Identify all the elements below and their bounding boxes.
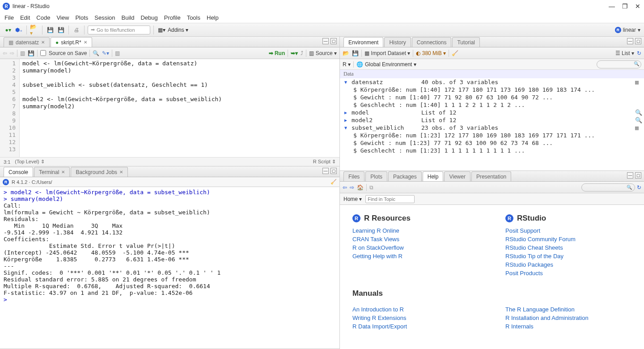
env-row[interactable]: $ Gewicht : num [1:23] 77 71 92 63 100 9… bbox=[340, 139, 644, 147]
menu-session[interactable]: Session bbox=[94, 14, 115, 21]
link-cheatsheets[interactable]: RStudio Cheat Sheets bbox=[505, 244, 631, 251]
tab-terminal[interactable]: Terminal✕ bbox=[34, 167, 70, 177]
maximize-pane-icon[interactable]: ▢ bbox=[635, 172, 641, 179]
goto-file-input[interactable]: ➡Go to file/function bbox=[88, 26, 150, 34]
tab-packages[interactable]: Packages bbox=[388, 171, 422, 181]
menu-view[interactable]: View bbox=[56, 14, 69, 21]
back-icon[interactable]: ⇦ bbox=[3, 50, 7, 56]
show-in-new-icon[interactable]: ▥ bbox=[20, 50, 25, 56]
load-icon[interactable]: 📂 bbox=[343, 50, 349, 56]
env-row[interactable]: $ Geschlecht : num [1:23] 1 1 1 1 1 1 1 … bbox=[340, 147, 644, 154]
import-dataset-button[interactable]: ▦ Import Dataset ▾ bbox=[364, 50, 410, 56]
print-icon[interactable]: 🖨 bbox=[72, 26, 81, 34]
broom-icon[interactable]: 🧹 bbox=[452, 50, 458, 56]
env-row[interactable]: $ Geschlecht : num [1:40] 1 1 1 2 2 1 1 … bbox=[340, 101, 644, 109]
go-up-icon[interactable]: ⤴ bbox=[301, 50, 303, 56]
help-search-input[interactable]: 🔍 bbox=[581, 183, 635, 192]
tab-datensatz[interactable]: ▦ datensatz ✕ bbox=[4, 37, 50, 47]
r-engine-selector[interactable]: R ▾ bbox=[343, 61, 351, 68]
home-icon[interactable]: 🏠 bbox=[357, 184, 364, 191]
source-button[interactable]: ▥ Source ▾ bbox=[309, 50, 337, 56]
tab-tutorial[interactable]: Tutorial bbox=[452, 37, 480, 47]
popout-icon[interactable]: ⧉ bbox=[369, 184, 373, 191]
link-getting-help[interactable]: Getting Help with R bbox=[352, 253, 479, 260]
broom-icon[interactable]: 🧹 bbox=[330, 179, 337, 185]
help-home-link[interactable]: Home ▾ bbox=[343, 196, 362, 202]
env-row[interactable]: ▶model2List of 12🔍 bbox=[340, 116, 644, 124]
link-data-import[interactable]: R Data Import/Export bbox=[352, 323, 479, 330]
link-community[interactable]: RStudio Community Forum bbox=[505, 236, 631, 243]
file-type-label[interactable]: R Script ⇕ bbox=[313, 159, 336, 165]
refresh-icon[interactable]: ↻ bbox=[637, 184, 641, 191]
minimize-button[interactable]: — bbox=[609, 3, 615, 10]
back-icon[interactable]: ⇦ bbox=[343, 184, 347, 191]
link-packages[interactable]: RStudio Packages bbox=[505, 261, 631, 268]
env-row[interactable]: ▼datensatz40 obs. of 3 variables▦ bbox=[340, 78, 644, 86]
memory-indicator[interactable]: ◐ 380 MiB ▾ bbox=[416, 50, 446, 56]
env-row[interactable]: $ Körpergröße: num [1:23] 172 177 180 16… bbox=[340, 132, 644, 139]
addins-menu[interactable]: Addins ▾ bbox=[168, 27, 188, 33]
tab-presentation[interactable]: Presentation bbox=[471, 171, 511, 181]
menu-debug[interactable]: Debug bbox=[140, 14, 157, 21]
link-posit-products[interactable]: Posit Products bbox=[505, 270, 631, 277]
close-tab-icon[interactable]: ✕ bbox=[41, 40, 45, 45]
magnify-icon[interactable]: 🔍 bbox=[635, 117, 641, 123]
notebook-icon[interactable]: ▥ bbox=[115, 50, 120, 56]
save-icon[interactable]: 💾 bbox=[352, 50, 359, 56]
tab-connections[interactable]: Connections bbox=[412, 37, 452, 47]
new-project-icon[interactable]: ⬢₊ bbox=[14, 26, 23, 34]
menu-edit[interactable]: Edit bbox=[20, 14, 30, 21]
link-cran-task[interactable]: CRAN Task Views bbox=[352, 236, 479, 243]
grid-icon[interactable]: ▦▾ bbox=[157, 26, 166, 34]
env-row[interactable]: ▶modelList of 12🔍 bbox=[340, 109, 644, 116]
find-icon[interactable]: 🔍 bbox=[93, 50, 99, 56]
new-file-icon[interactable]: ●▾ bbox=[4, 26, 13, 34]
minimize-pane-icon[interactable]: — bbox=[322, 38, 329, 44]
menu-profile[interactable]: Profile bbox=[164, 14, 181, 21]
rerun-icon[interactable]: ➥▾ bbox=[291, 50, 298, 56]
scope-selector[interactable]: 🌐Global Environment ▾ bbox=[356, 61, 416, 68]
link-writing-ext[interactable]: Writing R Extensions bbox=[352, 315, 479, 321]
minimize-pane-icon[interactable]: — bbox=[627, 172, 633, 179]
tab-help[interactable]: Help bbox=[423, 171, 444, 181]
tab-plots[interactable]: Plots bbox=[365, 171, 387, 181]
env-row[interactable]: $ Körpergröße: num [1:40] 172 177 180 17… bbox=[340, 86, 644, 94]
expand-icon[interactable]: ▶ bbox=[343, 118, 349, 123]
link-tip[interactable]: RStudio Tip of the Day bbox=[505, 253, 631, 260]
tab-viewer[interactable]: Viewer bbox=[444, 171, 470, 181]
menu-plots[interactable]: Plots bbox=[75, 14, 88, 21]
refresh-icon[interactable]: ↻ bbox=[637, 50, 641, 56]
link-intro-r[interactable]: An Introduction to R bbox=[352, 306, 479, 313]
tab-skript[interactable]: ● skript.R* ✕ bbox=[51, 37, 92, 47]
link-install-admin[interactable]: R Installation and Administration bbox=[505, 315, 631, 321]
close-tab-icon[interactable]: ✕ bbox=[84, 40, 87, 45]
tab-history[interactable]: History bbox=[384, 37, 411, 47]
tab-console[interactable]: Console bbox=[4, 167, 33, 177]
maximize-pane-icon[interactable]: ▢ bbox=[635, 38, 641, 44]
link-r-stackoverflow[interactable]: R on StackOverflow bbox=[352, 244, 479, 251]
maximize-pane-icon[interactable]: ▢ bbox=[330, 168, 337, 174]
source-editor[interactable]: 12345678910111213 model <- lm(Gewicht~Kö… bbox=[0, 59, 339, 157]
menu-code[interactable]: Code bbox=[36, 14, 50, 21]
code-area[interactable]: model <- lm(Gewicht~Körpergröße, data = … bbox=[20, 59, 225, 157]
link-internals[interactable]: R Internals bbox=[505, 323, 631, 330]
tab-environment[interactable]: Environment bbox=[343, 37, 383, 47]
wand-icon[interactable]: ✎▾ bbox=[102, 50, 109, 56]
magnify-icon[interactable]: 🔍 bbox=[635, 109, 641, 116]
link-learning-r[interactable]: Learning R Online bbox=[352, 227, 479, 234]
forward-icon[interactable]: ⇨ bbox=[350, 184, 354, 191]
table-icon[interactable]: ▦ bbox=[635, 79, 641, 85]
maximize-pane-icon[interactable]: ▢ bbox=[330, 38, 337, 44]
tab-files[interactable]: Files bbox=[343, 171, 364, 181]
scope-label[interactable]: (Top Level) ⇕ bbox=[15, 159, 44, 165]
minimize-pane-icon[interactable]: — bbox=[322, 168, 329, 174]
maximize-button[interactable]: ❐ bbox=[622, 3, 628, 10]
menu-tools[interactable]: Tools bbox=[187, 14, 200, 21]
tab-bgjobs[interactable]: Background Jobs✕ bbox=[71, 167, 128, 177]
menu-file[interactable]: File bbox=[4, 14, 14, 21]
forward-icon[interactable]: ⇨ bbox=[10, 50, 14, 56]
close-icon[interactable]: ✕ bbox=[61, 170, 65, 174]
run-button[interactable]: ➡ Run bbox=[269, 50, 285, 56]
minimize-pane-icon[interactable]: — bbox=[627, 38, 633, 44]
env-search-input[interactable]: 🔍 bbox=[597, 60, 641, 68]
